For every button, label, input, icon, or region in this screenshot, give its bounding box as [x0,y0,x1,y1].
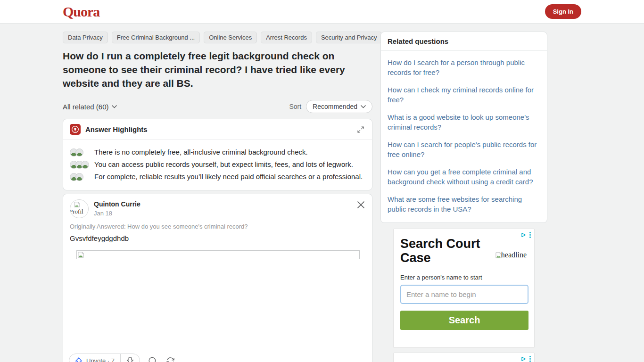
downvote-button[interactable] [121,354,140,362]
adchoices-icon[interactable] [520,231,527,239]
ad-card-search-court-case: Search Court Case headline Enter a perso… [393,229,535,348]
sort-label: Sort [289,103,301,110]
topic-tag[interactable]: Arrest Records [261,32,312,43]
close-icon[interactable] [356,200,365,209]
ad-prompt-text: Enter a person's name to start [400,274,528,281]
sort-value: Recommended [313,103,357,110]
answers-filter-row: All related (60) Sort Recommended [63,100,372,113]
highlight-avatars [70,161,94,169]
highlight-avatars [70,173,94,181]
avatar-alt-text: Profil [70,208,83,215]
share-button[interactable] [164,354,177,362]
sidebar: Related questions How do I search for a … [380,32,547,362]
ad-search-button[interactable]: Search [400,311,528,330]
upvote-icon [74,356,83,362]
related-question-link[interactable]: What are some free websites for searchin… [381,190,547,218]
ad-menu-icon[interactable] [528,355,532,362]
related-question-link[interactable]: How can I check my criminal records onli… [381,81,547,108]
quora-logo[interactable]: Quora [63,4,99,20]
ad-headline-broken-image: headline [495,251,527,259]
expand-icon[interactable] [356,125,365,134]
share-repost-icon [166,356,175,362]
ad-name-input[interactable] [400,285,528,304]
highlight-item: You can access public records yourself, … [70,160,365,169]
sort-dropdown[interactable]: Recommended [306,100,372,113]
chevron-down-icon [112,105,117,108]
topic-tag[interactable]: Data Privacy [63,32,108,43]
author-name[interactable]: Quinton Currie [94,199,356,208]
broken-image-icon [77,251,84,258]
highlight-avatars [70,148,94,156]
question-column: Data Privacy Free Criminal Background ..… [63,32,372,362]
answer-highlights-title: Answer Highlights [85,125,356,133]
sign-in-button[interactable]: Sign In [545,4,581,19]
highlight-text: You can access public records yourself, … [94,160,353,169]
top-navigation-bar: Quora Sign In [0,0,644,24]
comment-icon [148,356,157,362]
related-question-link[interactable]: What is a good website to look up someon… [381,108,547,136]
ad-image-alt-text: headline [501,251,527,259]
ad-heading[interactable]: Search Court Case [400,237,485,265]
related-question-link[interactable]: How do I search for a person through pub… [381,54,547,81]
author-avatar[interactable]: Profil [70,199,89,218]
answer-body-text: Gvsvfdfeygdgdhdb [63,234,372,242]
upvote-button[interactable]: Upvote · 7 [69,354,120,362]
highlight-text: There is no completely free, all-inclusi… [94,148,308,157]
question-title: How do I run a completely free legit bac… [63,49,372,90]
topic-tag[interactable]: Security and Privacy [316,32,382,43]
related-question-link[interactable]: How can you get a free complete criminal… [381,163,547,190]
topic-tag[interactable]: Online Services [204,32,257,43]
highlight-item: For complete, reliable results you’ll li… [70,172,365,181]
downvote-icon [126,356,134,362]
related-question-link[interactable]: How can I search for people's public rec… [381,136,547,163]
page-content: Data Privacy Free Criminal Background ..… [63,24,581,362]
related-questions-card: Related questions How do I search for a … [380,32,547,223]
chevron-down-icon [361,105,366,108]
related-questions-title: Related questions [381,32,547,51]
upvote-label: Upvote · 7 [86,357,115,362]
topic-tags-row: Data Privacy Free Criminal Background ..… [63,32,372,43]
all-related-dropdown[interactable]: All related (60) [63,103,117,111]
broken-image-icon [74,201,80,208]
answer-broken-image [76,250,360,259]
topic-tag[interactable]: Free Criminal Background ... [112,32,200,43]
highlight-text: For complete, reliable results you’ll li… [94,172,363,181]
answer-card: Profil Quinton Currie Jan 18 Originally … [63,194,372,362]
lightbulb-icon [70,124,81,135]
comment-button[interactable] [146,354,158,362]
all-related-label: All related (60) [63,103,109,111]
originally-answered-link[interactable]: Originally Answered: How do you see some… [63,223,372,230]
ad-card-search-court-2: Search Court [393,353,535,362]
answer-action-bar: Upvote · 7 [63,350,372,362]
answer-date[interactable]: Jan 18 [94,210,356,217]
ad-menu-icon[interactable] [528,231,532,239]
highlight-item: There is no completely free, all-inclusi… [70,148,365,157]
answer-highlights-card: Answer Highlights There is no completely… [63,119,372,190]
adchoices-icon[interactable] [520,355,527,362]
